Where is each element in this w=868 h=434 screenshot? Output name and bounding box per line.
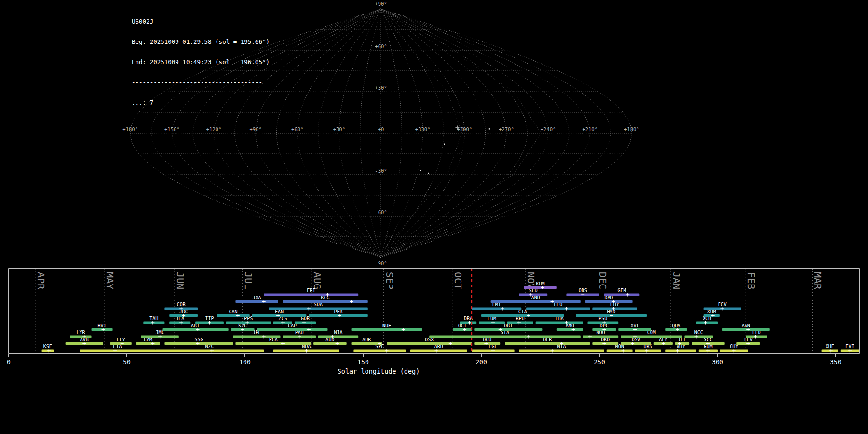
shower-bar bbox=[675, 342, 689, 345]
shower-bar bbox=[155, 350, 264, 352]
x-axis-title: Solar longitude (deg) bbox=[338, 367, 420, 375]
shower-bar bbox=[621, 342, 651, 345]
shower-bar bbox=[80, 350, 155, 352]
shower-bar bbox=[318, 336, 358, 338]
shower-bar bbox=[136, 342, 160, 345]
x-axis-tick-label: 300 bbox=[712, 358, 723, 366]
shower-bar bbox=[604, 294, 640, 296]
sky-pole-top-label: +90° bbox=[375, 1, 387, 7]
shower-bar bbox=[217, 314, 250, 317]
month-label: SEP bbox=[384, 272, 395, 289]
shower-code-label: IIP bbox=[205, 316, 214, 321]
month-label: JUL bbox=[243, 272, 254, 289]
shower-code-label: ERI bbox=[307, 288, 315, 293]
month-label: JAN bbox=[671, 272, 682, 289]
shower-bar bbox=[472, 308, 521, 310]
sky-meridian bbox=[381, 9, 486, 258]
sky-longitude-label: +180° bbox=[122, 126, 138, 132]
shower-bar bbox=[410, 350, 467, 352]
shower-code-label: CAN bbox=[229, 309, 237, 314]
shower-code-label: LYR bbox=[76, 330, 85, 335]
shower-bar bbox=[524, 286, 557, 289]
sky-longitude-label: +60° bbox=[291, 126, 303, 132]
shower-bar bbox=[453, 328, 472, 331]
shower-bar bbox=[269, 308, 368, 310]
shower-code-label: QUA bbox=[672, 323, 680, 328]
shower-code-label: JXA bbox=[252, 295, 261, 300]
shower-bar bbox=[722, 328, 770, 331]
shower-code-label: KUM bbox=[536, 281, 544, 286]
meteor-radiant-dot bbox=[489, 128, 490, 130]
sky-longitude-label: +90° bbox=[249, 126, 261, 132]
end-time: End: 20251009 10:49:23 (sol = 196.05°) bbox=[132, 59, 270, 66]
separator-line: ------------------------------------ bbox=[132, 79, 270, 86]
shower-bar bbox=[264, 294, 358, 296]
sky-longitude-label: +180° bbox=[624, 126, 639, 132]
shower-code-label: AUR bbox=[362, 337, 371, 342]
shower-bar bbox=[257, 328, 328, 331]
meteor-radiant-dot bbox=[444, 144, 445, 145]
x-axis-tick-label: 150 bbox=[357, 358, 368, 366]
shower-bar bbox=[491, 300, 581, 303]
month-label: OCT bbox=[452, 272, 464, 289]
shower-bar bbox=[235, 300, 278, 303]
shower-bar bbox=[519, 294, 547, 296]
sky-meridian bbox=[381, 9, 464, 258]
x-axis-tick-label: 0 bbox=[7, 358, 11, 366]
sky-latitude-label: +30° bbox=[375, 85, 387, 91]
shower-code-label: ECV bbox=[718, 302, 727, 307]
plot-canvas: +180°+150°+120°+90°+60°+30°+0+330°+300°+… bbox=[0, 0, 868, 434]
sky-latitude-label: +60° bbox=[375, 43, 387, 49]
sky-longitude-label: +150° bbox=[164, 126, 180, 132]
observation-info: US002J Beg: 20251009 01:29:58 (sol = 195… bbox=[132, 5, 270, 120]
sky-latitude-label: -60° bbox=[375, 209, 387, 215]
shower-code-label: KSE bbox=[43, 344, 52, 349]
shower-bar bbox=[684, 336, 713, 338]
shower-bar bbox=[70, 336, 91, 338]
sky-longitude-label: +120° bbox=[206, 126, 222, 132]
shower-bar bbox=[607, 350, 633, 352]
x-axis-tick-label: 350 bbox=[830, 358, 841, 366]
sky-longitude-label: +30° bbox=[333, 126, 345, 132]
shower-code-label: SSG bbox=[194, 337, 203, 342]
x-axis-tick-label: 50 bbox=[123, 358, 131, 366]
shower-bar bbox=[352, 342, 382, 345]
shower-code-label: COR bbox=[177, 302, 186, 307]
meteor-count: ...: 7 bbox=[132, 99, 270, 106]
shower-bar bbox=[665, 350, 696, 352]
shower-bar bbox=[283, 300, 367, 303]
sky-longitude-label: +0 bbox=[378, 126, 384, 132]
shower-bar bbox=[233, 336, 281, 338]
shower-bar bbox=[387, 342, 472, 345]
x-axis-tick-label: 250 bbox=[594, 358, 605, 366]
month-label: DEC bbox=[597, 272, 609, 289]
shower-code-label: EVI bbox=[845, 344, 854, 349]
shower-code-label: XHE bbox=[826, 344, 834, 349]
shower-code-label: TAH bbox=[149, 316, 158, 321]
x-axis: 050100150200250300350Solar longitude (de… bbox=[7, 354, 841, 375]
sky-latitude-label: -30° bbox=[375, 168, 387, 174]
app-screen: US002J Beg: 20251009 01:29:58 (sol = 195… bbox=[0, 0, 868, 434]
begin-time: Beg: 20251009 01:29:58 (sol = 195.66°) bbox=[132, 39, 270, 45]
shower-bar bbox=[163, 328, 229, 331]
meteor-radiant-dot bbox=[420, 170, 421, 171]
shower-bars: KSEETANZCNDASPEARDEGENTAMONURSAHYGUMOHYX… bbox=[42, 281, 859, 353]
month-label: MAY bbox=[104, 272, 116, 289]
timeline-border bbox=[9, 269, 859, 353]
shower-code-label: ELY bbox=[117, 337, 125, 342]
shower-bar bbox=[313, 342, 347, 345]
shower-bar bbox=[519, 350, 604, 352]
meteor-radiant-dot bbox=[428, 173, 429, 174]
sky-longitude-label: +300° bbox=[457, 126, 472, 132]
shower-code-label: NCC bbox=[694, 330, 703, 335]
shower-bar bbox=[557, 328, 583, 331]
shower-bar bbox=[481, 314, 564, 317]
shower-bar bbox=[352, 328, 422, 331]
shower-bar bbox=[474, 328, 542, 331]
shower-bar bbox=[526, 308, 590, 310]
sky-longitude-label: +240° bbox=[541, 126, 556, 132]
month-label: APR bbox=[35, 272, 47, 290]
sky-longitude-label: +330° bbox=[415, 126, 431, 132]
shower-code-label: NIA bbox=[334, 330, 343, 335]
shower-bar bbox=[429, 336, 581, 338]
